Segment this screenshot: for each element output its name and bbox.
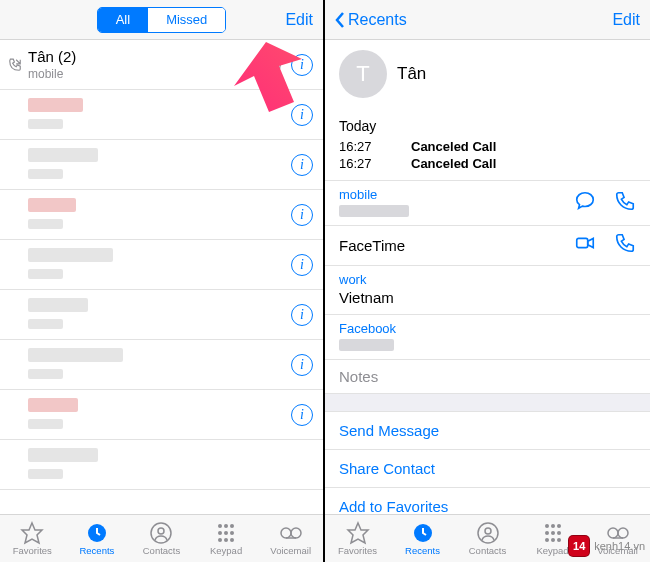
tab-keypad[interactable]: Keypad [520, 515, 585, 562]
tab-favorites[interactable]: Favorites [325, 515, 390, 562]
segmented-control: All Missed [97, 7, 227, 33]
tab-contacts[interactable]: Contacts [129, 515, 194, 562]
notes-section[interactable]: Notes [325, 359, 650, 393]
contact-icon [149, 522, 173, 544]
keypad-icon [214, 522, 238, 544]
star-icon [346, 522, 370, 544]
log-desc: Canceled Call [411, 156, 496, 171]
tab-recents[interactable]: Recents [65, 515, 130, 562]
svg-point-24 [557, 524, 561, 528]
svg-point-5 [224, 524, 228, 528]
avatar: T [339, 50, 387, 98]
call-row-blurred[interactable]: i [0, 190, 323, 240]
back-label: Recents [348, 11, 407, 29]
tab-recents[interactable]: Recents [390, 515, 455, 562]
phone-icon[interactable] [614, 190, 636, 215]
info-button[interactable]: i [291, 354, 313, 376]
call-row-blurred[interactable]: i [0, 290, 323, 340]
phone-icon[interactable] [614, 232, 636, 257]
info-button[interactable]: i [291, 304, 313, 326]
edit-button[interactable]: Edit [612, 11, 640, 29]
add-favorites-button[interactable]: Add to Favorites [325, 487, 650, 514]
info-button[interactable]: i [291, 154, 313, 176]
svg-point-27 [557, 531, 561, 535]
message-icon[interactable] [574, 190, 596, 215]
tab-voicemail[interactable]: Voicemail [585, 515, 650, 562]
tab-keypad[interactable]: Keypad [194, 515, 259, 562]
call-row[interactable]: Tân (2) mobile 16:27 i [0, 40, 323, 90]
facebook-section[interactable]: Facebook [325, 314, 650, 359]
tab-label: Keypad [210, 545, 242, 556]
tab-label: Favorites [338, 545, 377, 556]
call-row-blurred[interactable]: i [0, 390, 323, 440]
svg-rect-17 [577, 238, 588, 247]
video-icon[interactable] [574, 232, 596, 257]
call-row-blurred[interactable]: i [0, 90, 323, 140]
recents-list: Tân (2) mobile 16:27 i i i i i [0, 40, 323, 514]
tab-label: Contacts [469, 545, 507, 556]
svg-point-2 [151, 523, 171, 543]
contact-header: T Tân [325, 40, 650, 112]
tab-bar: Favorites Recents Contacts Keypad Voicem… [0, 514, 323, 562]
info-button[interactable]: i [291, 254, 313, 276]
recents-pane: All Missed Edit Tân (2) mobile 16:27 i i [0, 0, 325, 562]
share-contact-button[interactable]: Share Contact [325, 449, 650, 487]
log-row: 16:27 Canceled Call [339, 155, 636, 172]
svg-point-13 [281, 528, 291, 538]
tab-favorites[interactable]: Favorites [0, 515, 65, 562]
svg-point-21 [485, 528, 491, 534]
svg-point-11 [224, 538, 228, 542]
call-body: Tân (2) mobile [24, 48, 251, 81]
segment-missed[interactable]: Missed [148, 8, 225, 32]
notes-label: Notes [339, 366, 636, 385]
edit-button[interactable]: Edit [285, 11, 313, 29]
svg-point-3 [158, 528, 164, 534]
tab-contacts[interactable]: Contacts [455, 515, 520, 562]
svg-point-7 [218, 531, 222, 535]
navbar-right: Recents Edit [325, 0, 650, 40]
call-subtype: mobile [28, 67, 251, 81]
clock-icon [85, 522, 109, 544]
svg-point-29 [551, 538, 555, 542]
mobile-section[interactable]: mobile [325, 180, 650, 225]
chevron-left-icon [335, 12, 345, 28]
svg-point-28 [545, 538, 549, 542]
svg-point-9 [230, 531, 234, 535]
tab-label: Voicemail [270, 545, 311, 556]
svg-point-23 [551, 524, 555, 528]
call-row-blurred[interactable]: i [0, 340, 323, 390]
work-value: Vietnam [339, 287, 636, 306]
svg-point-30 [557, 538, 561, 542]
mobile-label: mobile [339, 187, 574, 202]
info-button[interactable]: i [291, 54, 313, 76]
back-button[interactable]: Recents [335, 11, 407, 29]
star-icon [20, 522, 44, 544]
segment-all[interactable]: All [98, 8, 148, 32]
tab-voicemail[interactable]: Voicemail [258, 515, 323, 562]
log-time: 16:27 [339, 139, 383, 154]
info-button[interactable]: i [291, 104, 313, 126]
tab-label: Favorites [13, 545, 52, 556]
svg-point-20 [478, 523, 498, 543]
voicemail-icon [279, 522, 303, 544]
send-message-button[interactable]: Send Message [325, 411, 650, 449]
work-section[interactable]: work Vietnam [325, 265, 650, 314]
info-button[interactable]: i [291, 404, 313, 426]
call-row-blurred[interactable]: i [0, 240, 323, 290]
detail-scroll: T Tân Today 16:27 Canceled Call 16:27 Ca… [325, 40, 650, 514]
tab-label: Voicemail [597, 545, 638, 556]
facebook-value-redacted [339, 339, 394, 351]
clock-icon [411, 522, 435, 544]
facetime-label: FaceTime [339, 235, 574, 254]
svg-point-4 [218, 524, 222, 528]
svg-point-31 [608, 528, 618, 538]
contact-name: Tân [397, 64, 426, 84]
tab-label: Recents [79, 545, 114, 556]
call-row-blurred[interactable]: i [0, 140, 323, 190]
svg-point-25 [545, 531, 549, 535]
call-row-blurred[interactable] [0, 440, 323, 490]
info-button[interactable]: i [291, 204, 313, 226]
facetime-section[interactable]: FaceTime [325, 225, 650, 265]
phone-number-redacted [339, 205, 409, 217]
svg-point-32 [618, 528, 628, 538]
